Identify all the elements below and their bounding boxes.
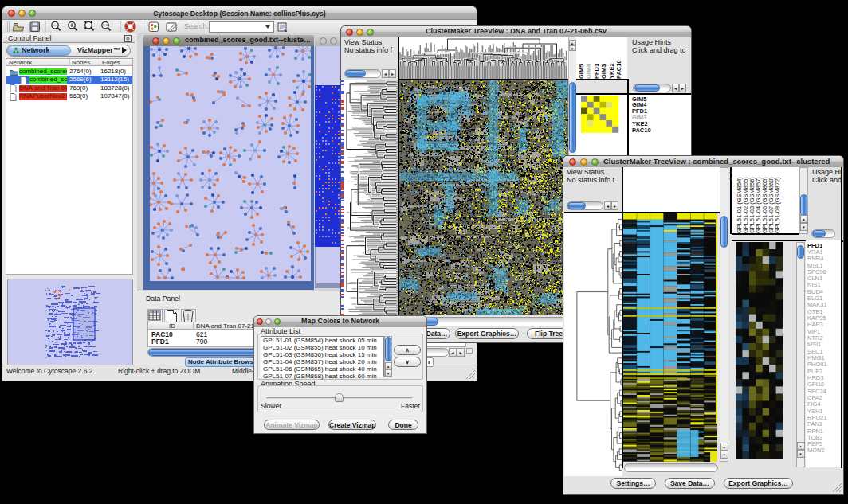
svg-text:1:1: 1:1 [103,23,108,27]
